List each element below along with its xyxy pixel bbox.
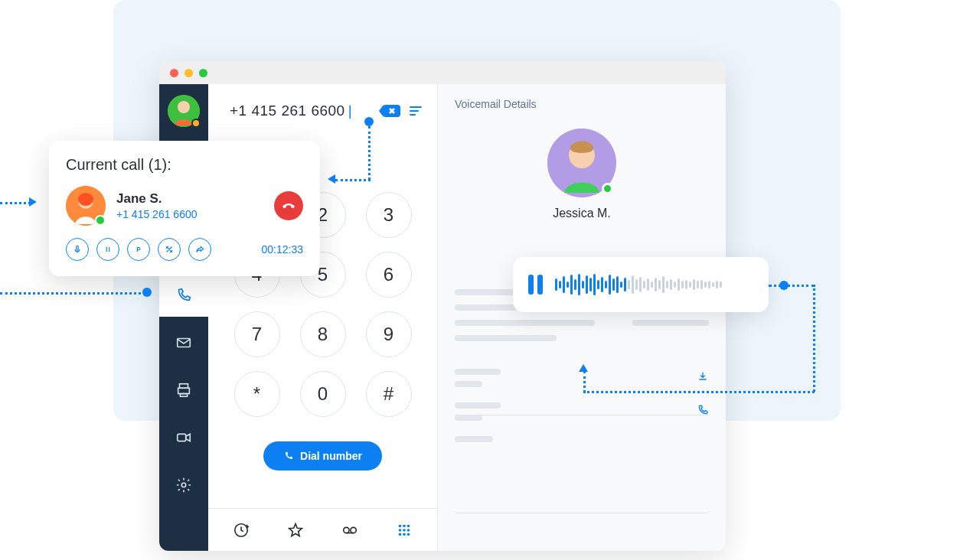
pause-button[interactable] <box>528 275 543 295</box>
history-icon <box>233 522 250 539</box>
dialer-input-row: +1 415 261 6600| <box>208 84 437 138</box>
audio-waveform[interactable] <box>555 273 750 296</box>
dial-button[interactable]: Dial number <box>263 441 382 470</box>
hold-button[interactable] <box>96 238 119 261</box>
voicemail-panel: Voicemail Details Jessica M. <box>438 84 726 551</box>
voicemail-panel-title: Voicemail Details <box>455 98 709 110</box>
backspace-button[interactable] <box>384 105 400 117</box>
tab-keypad[interactable] <box>392 518 416 542</box>
arrow-head-icon <box>29 197 37 207</box>
x-icon <box>388 107 396 115</box>
keypad-7[interactable]: 7 <box>234 311 280 357</box>
park-button[interactable]: P <box>127 238 150 261</box>
status-indicator-away-icon <box>191 119 201 128</box>
annotation-line <box>0 292 145 295</box>
svg-text:P: P <box>136 246 141 253</box>
pause-bar-icon <box>528 275 534 295</box>
pause-icon <box>103 244 113 255</box>
svg-point-1 <box>178 101 190 113</box>
annotation-dot-icon <box>364 117 374 126</box>
dialer-tabs <box>208 508 437 551</box>
svg-rect-4 <box>178 388 190 393</box>
annotation-line <box>769 285 815 287</box>
sidebar-item-fax[interactable] <box>159 369 208 412</box>
voicemail-action-item[interactable] <box>455 436 709 442</box>
arrow-head-icon <box>579 364 588 372</box>
video-icon <box>175 429 192 446</box>
keypad-6[interactable]: 6 <box>366 252 412 298</box>
annotation-line <box>335 179 371 181</box>
keypad-hash[interactable]: # <box>366 371 412 417</box>
svg-point-11 <box>398 524 401 527</box>
traffic-light-minimize-icon[interactable] <box>184 69 193 77</box>
caller-number: +1 415 261 6600 <box>116 208 263 220</box>
caller-avatar[interactable] <box>66 186 106 226</box>
transfer-button[interactable] <box>158 238 181 261</box>
keypad-9[interactable]: 9 <box>366 311 412 357</box>
filter-button[interactable] <box>410 106 422 116</box>
current-user-avatar[interactable] <box>168 95 200 127</box>
annotation-arrow <box>0 202 31 204</box>
svg-point-10 <box>351 527 356 532</box>
svg-point-16 <box>407 529 410 532</box>
current-call-title: Current call (1): <box>66 156 303 174</box>
forward-button[interactable] <box>188 238 211 261</box>
svg-point-15 <box>403 529 406 532</box>
park-p-icon: P <box>133 244 144 255</box>
svg-point-18 <box>403 532 406 536</box>
keypad-3[interactable]: 3 <box>366 192 412 238</box>
phone-icon <box>175 287 192 304</box>
traffic-light-close-icon[interactable] <box>170 69 178 77</box>
traffic-light-zoom-icon[interactable] <box>199 69 207 77</box>
status-indicator-online-icon <box>602 183 613 194</box>
voicemail-contact-name: Jessica M. <box>553 207 611 220</box>
annotation-line <box>583 371 586 392</box>
phone-hangup-icon <box>279 196 298 215</box>
caller-name: Jane S. <box>116 191 263 207</box>
divider <box>455 513 709 513</box>
annotation-dot-icon <box>142 288 152 297</box>
pause-bar-icon <box>537 275 543 295</box>
tab-history[interactable] <box>229 518 253 542</box>
tab-voicemail[interactable] <box>338 518 362 542</box>
svg-point-7 <box>181 483 186 487</box>
star-icon <box>287 522 304 539</box>
mute-button[interactable] <box>66 238 89 261</box>
svg-rect-3 <box>180 384 188 389</box>
mic-icon <box>72 244 83 255</box>
keypad-star[interactable]: * <box>234 371 280 417</box>
keypad-8[interactable]: 8 <box>300 311 346 357</box>
share-arrow-icon <box>194 244 205 255</box>
svg-point-9 <box>344 527 349 532</box>
tab-favorites[interactable] <box>283 518 308 542</box>
arrow-head-icon <box>328 174 335 184</box>
crossed-arrows-icon <box>164 244 175 255</box>
gear-icon <box>175 477 192 493</box>
call-duration: 00:12:33 <box>262 243 304 256</box>
dialed-number-display: +1 415 261 6600| <box>230 103 352 119</box>
fax-icon <box>175 382 192 399</box>
annotation-line <box>583 391 815 393</box>
dial-button-label: Dial number <box>300 450 362 462</box>
phone-icon <box>697 404 709 419</box>
annotation-line <box>813 285 815 392</box>
phone-fill-icon <box>283 451 294 461</box>
voicemail-action-callback[interactable] <box>455 402 709 421</box>
svg-point-19 <box>407 532 410 536</box>
mail-icon <box>175 334 192 351</box>
hangup-button[interactable] <box>274 191 303 220</box>
divider <box>455 415 709 415</box>
keypad-grid-icon <box>396 522 413 539</box>
sidebar-item-phone[interactable] <box>159 274 208 317</box>
sidebar-item-messages[interactable] <box>159 321 208 364</box>
svg-point-17 <box>398 532 401 536</box>
annotation-line <box>368 126 371 180</box>
status-indicator-online-icon <box>95 215 106 226</box>
sidebar-item-settings[interactable] <box>159 464 208 506</box>
keypad-0[interactable]: 0 <box>300 371 346 417</box>
voicemail-contact-avatar[interactable] <box>547 129 616 197</box>
current-call-card: Current call (1): Jane S. +1 415 261 660… <box>49 141 320 276</box>
svg-rect-5 <box>180 394 187 397</box>
sidebar-item-video[interactable] <box>159 416 208 459</box>
voicemail-icon <box>341 522 358 539</box>
